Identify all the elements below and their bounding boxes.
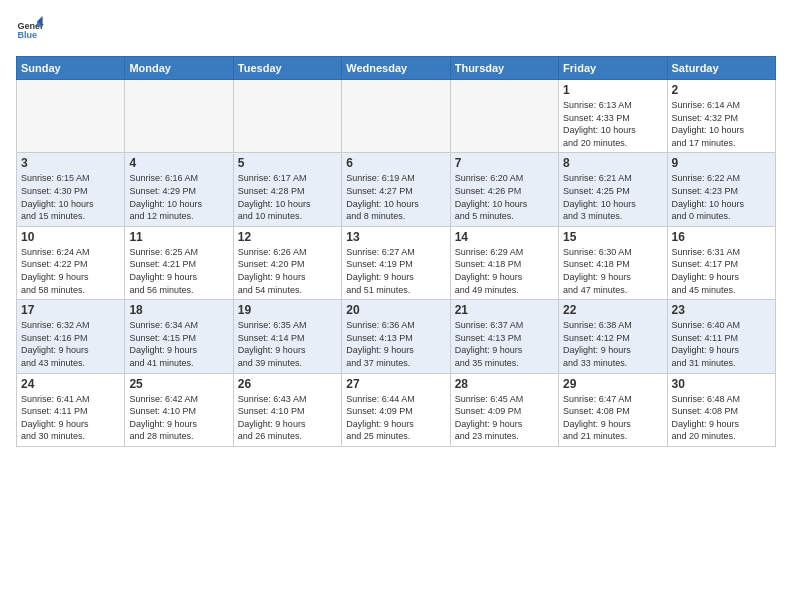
calendar-week-row: 24Sunrise: 6:41 AM Sunset: 4:11 PM Dayli… — [17, 373, 776, 446]
calendar-day-cell: 20Sunrise: 6:36 AM Sunset: 4:13 PM Dayli… — [342, 300, 450, 373]
day-number: 4 — [129, 156, 228, 170]
calendar-header-row: SundayMondayTuesdayWednesdayThursdayFrid… — [17, 57, 776, 80]
day-number: 29 — [563, 377, 662, 391]
calendar-day-cell: 19Sunrise: 6:35 AM Sunset: 4:14 PM Dayli… — [233, 300, 341, 373]
day-info: Sunrise: 6:37 AM Sunset: 4:13 PM Dayligh… — [455, 319, 554, 369]
day-info: Sunrise: 6:27 AM Sunset: 4:19 PM Dayligh… — [346, 246, 445, 296]
calendar-day-cell: 12Sunrise: 6:26 AM Sunset: 4:20 PM Dayli… — [233, 226, 341, 299]
calendar-day-cell — [342, 80, 450, 153]
day-number: 12 — [238, 230, 337, 244]
day-number: 2 — [672, 83, 771, 97]
day-number: 18 — [129, 303, 228, 317]
day-number: 9 — [672, 156, 771, 170]
calendar-day-cell — [17, 80, 125, 153]
day-info: Sunrise: 6:42 AM Sunset: 4:10 PM Dayligh… — [129, 393, 228, 443]
day-info: Sunrise: 6:31 AM Sunset: 4:17 PM Dayligh… — [672, 246, 771, 296]
day-number: 21 — [455, 303, 554, 317]
calendar-day-cell: 25Sunrise: 6:42 AM Sunset: 4:10 PM Dayli… — [125, 373, 233, 446]
calendar-week-row: 17Sunrise: 6:32 AM Sunset: 4:16 PM Dayli… — [17, 300, 776, 373]
day-number: 14 — [455, 230, 554, 244]
calendar-day-cell: 5Sunrise: 6:17 AM Sunset: 4:28 PM Daylig… — [233, 153, 341, 226]
calendar-day-cell: 18Sunrise: 6:34 AM Sunset: 4:15 PM Dayli… — [125, 300, 233, 373]
calendar-day-cell: 22Sunrise: 6:38 AM Sunset: 4:12 PM Dayli… — [559, 300, 667, 373]
calendar-day-cell: 13Sunrise: 6:27 AM Sunset: 4:19 PM Dayli… — [342, 226, 450, 299]
day-info: Sunrise: 6:40 AM Sunset: 4:11 PM Dayligh… — [672, 319, 771, 369]
day-number: 15 — [563, 230, 662, 244]
calendar-day-cell: 14Sunrise: 6:29 AM Sunset: 4:18 PM Dayli… — [450, 226, 558, 299]
day-info: Sunrise: 6:22 AM Sunset: 4:23 PM Dayligh… — [672, 172, 771, 222]
calendar-day-cell: 16Sunrise: 6:31 AM Sunset: 4:17 PM Dayli… — [667, 226, 775, 299]
calendar-day-cell: 21Sunrise: 6:37 AM Sunset: 4:13 PM Dayli… — [450, 300, 558, 373]
calendar-day-cell: 3Sunrise: 6:15 AM Sunset: 4:30 PM Daylig… — [17, 153, 125, 226]
day-number: 17 — [21, 303, 120, 317]
logo-icon: General Blue — [16, 16, 44, 44]
calendar-day-cell — [450, 80, 558, 153]
day-info: Sunrise: 6:19 AM Sunset: 4:27 PM Dayligh… — [346, 172, 445, 222]
weekday-header-friday: Friday — [559, 57, 667, 80]
day-info: Sunrise: 6:14 AM Sunset: 4:32 PM Dayligh… — [672, 99, 771, 149]
calendar-day-cell: 23Sunrise: 6:40 AM Sunset: 4:11 PM Dayli… — [667, 300, 775, 373]
logo: General Blue — [16, 16, 48, 44]
calendar-day-cell: 24Sunrise: 6:41 AM Sunset: 4:11 PM Dayli… — [17, 373, 125, 446]
day-number: 20 — [346, 303, 445, 317]
day-number: 13 — [346, 230, 445, 244]
day-info: Sunrise: 6:15 AM Sunset: 4:30 PM Dayligh… — [21, 172, 120, 222]
day-info: Sunrise: 6:13 AM Sunset: 4:33 PM Dayligh… — [563, 99, 662, 149]
weekday-header-monday: Monday — [125, 57, 233, 80]
day-info: Sunrise: 6:47 AM Sunset: 4:08 PM Dayligh… — [563, 393, 662, 443]
day-number: 25 — [129, 377, 228, 391]
day-number: 1 — [563, 83, 662, 97]
calendar-day-cell: 29Sunrise: 6:47 AM Sunset: 4:08 PM Dayli… — [559, 373, 667, 446]
calendar-day-cell: 17Sunrise: 6:32 AM Sunset: 4:16 PM Dayli… — [17, 300, 125, 373]
calendar-day-cell: 7Sunrise: 6:20 AM Sunset: 4:26 PM Daylig… — [450, 153, 558, 226]
day-number: 24 — [21, 377, 120, 391]
day-info: Sunrise: 6:25 AM Sunset: 4:21 PM Dayligh… — [129, 246, 228, 296]
day-info: Sunrise: 6:20 AM Sunset: 4:26 PM Dayligh… — [455, 172, 554, 222]
day-number: 10 — [21, 230, 120, 244]
calendar-day-cell: 6Sunrise: 6:19 AM Sunset: 4:27 PM Daylig… — [342, 153, 450, 226]
calendar-day-cell: 8Sunrise: 6:21 AM Sunset: 4:25 PM Daylig… — [559, 153, 667, 226]
calendar-day-cell: 27Sunrise: 6:44 AM Sunset: 4:09 PM Dayli… — [342, 373, 450, 446]
day-info: Sunrise: 6:36 AM Sunset: 4:13 PM Dayligh… — [346, 319, 445, 369]
day-info: Sunrise: 6:32 AM Sunset: 4:16 PM Dayligh… — [21, 319, 120, 369]
day-number: 7 — [455, 156, 554, 170]
day-info: Sunrise: 6:43 AM Sunset: 4:10 PM Dayligh… — [238, 393, 337, 443]
day-number: 23 — [672, 303, 771, 317]
day-number: 6 — [346, 156, 445, 170]
calendar-day-cell: 1Sunrise: 6:13 AM Sunset: 4:33 PM Daylig… — [559, 80, 667, 153]
calendar-day-cell: 26Sunrise: 6:43 AM Sunset: 4:10 PM Dayli… — [233, 373, 341, 446]
day-number: 28 — [455, 377, 554, 391]
calendar-day-cell — [233, 80, 341, 153]
day-info: Sunrise: 6:30 AM Sunset: 4:18 PM Dayligh… — [563, 246, 662, 296]
calendar-day-cell: 2Sunrise: 6:14 AM Sunset: 4:32 PM Daylig… — [667, 80, 775, 153]
day-info: Sunrise: 6:38 AM Sunset: 4:12 PM Dayligh… — [563, 319, 662, 369]
calendar-day-cell: 10Sunrise: 6:24 AM Sunset: 4:22 PM Dayli… — [17, 226, 125, 299]
calendar-day-cell: 28Sunrise: 6:45 AM Sunset: 4:09 PM Dayli… — [450, 373, 558, 446]
calendar-day-cell: 9Sunrise: 6:22 AM Sunset: 4:23 PM Daylig… — [667, 153, 775, 226]
day-info: Sunrise: 6:45 AM Sunset: 4:09 PM Dayligh… — [455, 393, 554, 443]
day-number: 30 — [672, 377, 771, 391]
calendar-day-cell: 11Sunrise: 6:25 AM Sunset: 4:21 PM Dayli… — [125, 226, 233, 299]
calendar-week-row: 3Sunrise: 6:15 AM Sunset: 4:30 PM Daylig… — [17, 153, 776, 226]
day-number: 11 — [129, 230, 228, 244]
calendar-day-cell: 30Sunrise: 6:48 AM Sunset: 4:08 PM Dayli… — [667, 373, 775, 446]
day-info: Sunrise: 6:16 AM Sunset: 4:29 PM Dayligh… — [129, 172, 228, 222]
day-number: 5 — [238, 156, 337, 170]
day-info: Sunrise: 6:21 AM Sunset: 4:25 PM Dayligh… — [563, 172, 662, 222]
day-number: 27 — [346, 377, 445, 391]
calendar-week-row: 10Sunrise: 6:24 AM Sunset: 4:22 PM Dayli… — [17, 226, 776, 299]
day-info: Sunrise: 6:34 AM Sunset: 4:15 PM Dayligh… — [129, 319, 228, 369]
weekday-header-wednesday: Wednesday — [342, 57, 450, 80]
weekday-header-sunday: Sunday — [17, 57, 125, 80]
calendar-week-row: 1Sunrise: 6:13 AM Sunset: 4:33 PM Daylig… — [17, 80, 776, 153]
day-info: Sunrise: 6:48 AM Sunset: 4:08 PM Dayligh… — [672, 393, 771, 443]
calendar-day-cell: 15Sunrise: 6:30 AM Sunset: 4:18 PM Dayli… — [559, 226, 667, 299]
day-number: 3 — [21, 156, 120, 170]
day-info: Sunrise: 6:29 AM Sunset: 4:18 PM Dayligh… — [455, 246, 554, 296]
weekday-header-thursday: Thursday — [450, 57, 558, 80]
day-info: Sunrise: 6:26 AM Sunset: 4:20 PM Dayligh… — [238, 246, 337, 296]
day-info: Sunrise: 6:41 AM Sunset: 4:11 PM Dayligh… — [21, 393, 120, 443]
calendar-day-cell — [125, 80, 233, 153]
day-number: 8 — [563, 156, 662, 170]
day-info: Sunrise: 6:24 AM Sunset: 4:22 PM Dayligh… — [21, 246, 120, 296]
